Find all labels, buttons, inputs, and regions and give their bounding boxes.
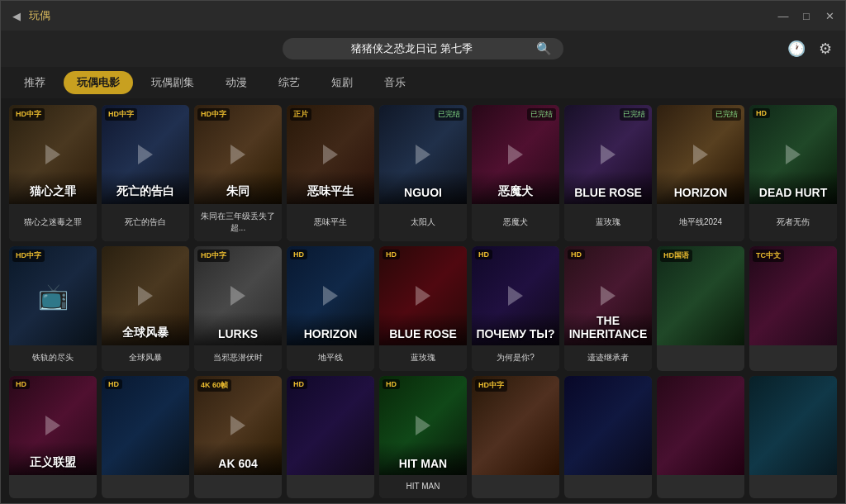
movie-badge-19: HD — [105, 379, 122, 389]
movie-card-21[interactable]: HD — [287, 376, 374, 498]
movie-thumb-text-18: 正义联盟 — [9, 455, 97, 470]
movie-card-3[interactable]: 恶味平生正片恶味平生 — [287, 105, 374, 241]
movie-card-1[interactable]: 死亡的告白HD中字死亡的告白 — [102, 105, 189, 241]
movie-thumb-text-22: HIT MAN — [379, 457, 467, 470]
movie-card-15[interactable]: THE INHERITANCEHD遗迹继承者 — [564, 246, 652, 371]
movie-card-22[interactable]: HIT MANHDHIT MAN — [379, 376, 467, 498]
movie-title-6: 蓝玫瑰 — [564, 204, 652, 241]
movie-title-15: 遗迹继承者 — [564, 345, 652, 371]
movie-thumb-text-11: LURKS — [194, 327, 282, 340]
movie-card-17[interactable]: TC中文 — [749, 246, 837, 371]
movie-title-0: 猫心之迷毒之罪 — [9, 204, 97, 241]
movie-thumb-text-4: NGUOI — [379, 186, 467, 199]
movie-card-2[interactable]: 朱同HD中字朱同在三年级丢失了超... — [194, 105, 282, 241]
settings-icon[interactable]: ⚙ — [819, 40, 832, 58]
movie-badge-11: HD中字 — [197, 250, 230, 262]
movie-card-13[interactable]: BLUE ROSEHD蓝玫瑰 — [379, 246, 467, 371]
movie-card-18[interactable]: 正义联盟HD — [9, 376, 97, 498]
movie-badge-20: 4K 60帧 — [197, 379, 231, 392]
movie-badge-15: HD — [568, 250, 585, 259]
tab-puppet-series[interactable]: 玩偶剧集 — [138, 71, 207, 94]
movie-thumb-text-15: THE INHERITANCE — [564, 314, 652, 340]
titlebar: ◀ 玩偶 — □ ✕ — [1, 1, 845, 31]
movie-card-23[interactable]: HD中字 — [472, 376, 559, 498]
movie-card-8[interactable]: DEAD HURTHD死者无伤 — [749, 105, 837, 241]
tab-puppet-movie[interactable]: 玩偶电影 — [64, 71, 133, 94]
movie-title-5: 恶魔犬 — [472, 204, 559, 241]
movie-badge-23: HD中字 — [475, 379, 507, 392]
movie-thumb-text-1: 死亡的告白 — [102, 184, 189, 199]
movie-badge-2: HD中字 — [197, 108, 230, 121]
back-button[interactable]: ◀ — [11, 10, 22, 21]
movie-title-8: 死者无伤 — [749, 204, 837, 241]
close-button[interactable]: ✕ — [824, 10, 835, 21]
movie-badge-3: 正片 — [290, 108, 311, 121]
movie-title-13: 蓝玫瑰 — [379, 345, 467, 371]
movie-title-11: 当邪恶潜伏时 — [194, 345, 282, 371]
movie-card-6[interactable]: BLUE ROSE已完结蓝玫瑰 — [564, 105, 652, 241]
movie-badge-22: HD — [383, 379, 400, 389]
movie-card-24[interactable] — [564, 376, 652, 498]
movie-card-19[interactable]: HD — [102, 376, 189, 498]
movie-title-9: 铁轨的尽头 — [9, 345, 97, 371]
movie-card-0[interactable]: 猫心之罪HD中字猫心之迷毒之罪 — [9, 105, 97, 241]
movie-status-7: 已完结 — [712, 108, 741, 121]
tabs-bar: 推荐玩偶电影玩偶剧集动漫综艺短剧音乐 — [1, 67, 845, 98]
tab-anime[interactable]: 动漫 — [212, 71, 260, 94]
movie-title-12: 地平线 — [287, 345, 374, 371]
movie-status-5: 已完结 — [527, 108, 556, 121]
maximize-button[interactable]: □ — [801, 10, 812, 21]
movie-card-26[interactable] — [749, 376, 837, 498]
movie-status-6: 已完结 — [620, 108, 649, 121]
tab-recommend[interactable]: 推荐 — [11, 71, 59, 94]
movie-card-11[interactable]: LURKSHD中字当邪恶潜伏时 — [194, 246, 282, 371]
movie-thumb-text-20: AK 604 — [194, 457, 282, 470]
search-input[interactable] — [294, 43, 530, 55]
movie-thumb-text-5: 恶魔犬 — [472, 184, 559, 199]
movie-card-20[interactable]: AK 6044K 60帧 — [194, 376, 282, 498]
movie-badge-18: HD — [12, 379, 30, 389]
movie-badge-16: HD国语 — [660, 250, 692, 262]
tab-music[interactable]: 音乐 — [371, 71, 419, 94]
movie-title-7: 地平线2024 — [657, 204, 744, 241]
movie-thumb-text-6: BLUE ROSE — [564, 186, 652, 199]
movie-card-10[interactable]: 全球风暴全球风暴 — [102, 246, 189, 371]
movie-title-3: 恶味平生 — [287, 204, 374, 241]
movie-card-5[interactable]: 恶魔犬已完结恶魔犬 — [472, 105, 559, 241]
movie-badge-9: HD中字 — [12, 250, 45, 262]
movie-status-4: 已完结 — [435, 108, 463, 121]
movie-card-4[interactable]: NGUOI已完结太阳人 — [379, 105, 467, 241]
titlebar-left: ◀ 玩偶 — [11, 8, 50, 23]
searchbar-right: 🕐 ⚙ — [787, 40, 832, 58]
movie-thumb-text-8: DEAD HURT — [749, 186, 837, 199]
movie-badge-8: HD — [753, 108, 770, 118]
movie-card-9[interactable]: 📺HD中字铁轨的尽头 — [9, 246, 97, 371]
movie-badge-14: HD — [475, 250, 492, 259]
movie-card-12[interactable]: HORIZONHD地平线 — [287, 246, 374, 371]
movie-badge-17: TC中文 — [753, 250, 784, 262]
minimize-button[interactable]: — — [777, 10, 789, 21]
movie-title-10: 全球风暴 — [102, 345, 189, 371]
movie-thumb-text-7: HORIZON — [657, 186, 744, 199]
movie-thumb-text-12: HORIZON — [287, 327, 374, 340]
movie-grid: 猫心之罪HD中字猫心之迷毒之罪死亡的告白HD中字死亡的告白朱同HD中字朱同在三年… — [1, 98, 845, 504]
movie-thumb-text-2: 朱同 — [194, 184, 282, 199]
movie-card-16[interactable]: HD国语 — [657, 246, 744, 371]
movie-card-25[interactable] — [657, 376, 744, 498]
movie-badge-13: HD — [383, 250, 400, 259]
movie-thumb-text-13: BLUE ROSE — [379, 327, 467, 340]
movie-title-22: HIT MAN — [379, 475, 467, 498]
tab-variety[interactable]: 综艺 — [265, 71, 313, 94]
tab-short-drama[interactable]: 短剧 — [318, 71, 366, 94]
movie-title-1: 死亡的告白 — [102, 204, 189, 241]
search-icon[interactable]: 🔍 — [536, 41, 552, 56]
search-wrapper[interactable]: 🔍 — [283, 38, 563, 59]
searchbar: 🔍 🕐 ⚙ — [1, 31, 845, 67]
movie-card-14[interactable]: ПОЧЕМУ ТЫ?HD为何是你? — [472, 246, 559, 371]
history-icon[interactable]: 🕐 — [787, 40, 806, 58]
movie-badge-1: HD中字 — [105, 108, 137, 121]
movie-badge-12: HD — [290, 250, 307, 259]
movie-card-7[interactable]: HORIZON已完结地平线2024 — [657, 105, 744, 241]
movie-title-4: 太阳人 — [379, 204, 467, 241]
movie-thumb-text-10: 全球风暴 — [102, 326, 189, 340]
